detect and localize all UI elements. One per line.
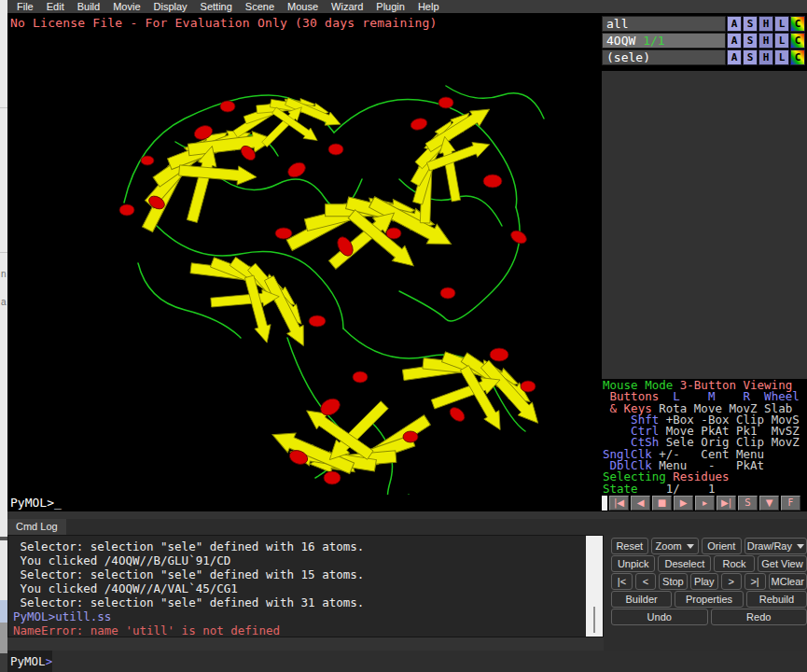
command-log[interactable]: Selector: selection "sele" defined with …: [7, 535, 604, 637]
object-name-4OQW[interactable]: 4OQW 1/1: [602, 33, 726, 49]
actions-button[interactable]: A: [727, 16, 742, 32]
frame-last-button[interactable]: >|: [744, 573, 766, 590]
play-icon[interactable]: ▶: [674, 496, 693, 511]
show-button[interactable]: S: [743, 49, 758, 65]
panel-grip[interactable]: [602, 496, 607, 511]
menu-help[interactable]: Help: [418, 0, 439, 13]
divider: [0, 537, 7, 540]
scene-button[interactable]: S: [738, 496, 758, 511]
state-value: 1/ 1: [638, 482, 716, 496]
skip-end-icon[interactable]: ▶|: [717, 496, 736, 511]
stop-button[interactable]: Stop: [659, 573, 688, 590]
menu-scene[interactable]: Scene: [245, 0, 274, 13]
zoom-menu-button[interactable]: Zoom: [651, 538, 699, 554]
divider: [0, 252, 7, 253]
button-label: Deselect: [664, 556, 704, 571]
color-button[interactable]: C: [790, 16, 805, 32]
button-label: Unpick: [618, 556, 649, 571]
step-back-icon[interactable]: ◀: [631, 496, 650, 511]
log-line: Selector: selection "sele" defined with …: [13, 595, 584, 609]
object-row-sele: (sele) A S H L C: [602, 49, 807, 65]
button-label: Draw/Ray: [747, 539, 792, 553]
menu-setting[interactable]: Setting: [201, 0, 232, 13]
log-line: Selector: selection "sele" defined with …: [13, 539, 584, 553]
tab-cmd-log[interactable]: Cmd Log: [7, 519, 66, 535]
button-label: Reset: [616, 539, 643, 553]
state-indicator[interactable]: State 1/ 1: [603, 483, 807, 495]
object-row-4OQW: 4OQW 1/1 A S H L C: [602, 33, 807, 49]
command-input[interactable]: [52, 651, 807, 672]
button-label: MClear: [772, 574, 804, 589]
control-button-panel: Reset Zoom Orient Draw/Ray Unpick Desele…: [604, 535, 807, 651]
label-button[interactable]: L: [774, 49, 789, 65]
object-name-sele[interactable]: (sele): [602, 49, 726, 65]
molecule-viewport[interactable]: No License File - For Evaluation Only (3…: [7, 13, 602, 511]
hide-button[interactable]: H: [758, 49, 773, 65]
log-line: You clicked /4OQW//B/GLU`91/CD: [13, 553, 584, 567]
menu-file[interactable]: File: [17, 0, 34, 13]
frame-next-button[interactable]: >: [721, 573, 742, 590]
undo-button[interactable]: Undo: [611, 609, 708, 625]
deselect-button[interactable]: Deselect: [658, 555, 711, 572]
button-label: Get View: [761, 556, 802, 571]
actions-button[interactable]: A: [727, 33, 742, 49]
button-label: <: [643, 574, 648, 589]
hide-button[interactable]: H: [758, 16, 773, 32]
mouse-mode-panel: Mouse Mode 3-Button Viewing Buttons L M …: [603, 380, 807, 495]
menu-dropdown-icon[interactable]: ▼: [759, 496, 779, 511]
label-button[interactable]: L: [774, 33, 789, 49]
button-label: Properties: [686, 592, 732, 607]
log-line: Selector: selection "sele" defined with …: [13, 567, 584, 581]
divider: [0, 107, 7, 108]
label-button[interactable]: L: [774, 16, 789, 32]
play-button[interactable]: Play: [690, 573, 718, 590]
fullscreen-button[interactable]: F: [781, 496, 800, 511]
frame-first-button[interactable]: |<: [611, 573, 633, 590]
color-button[interactable]: C: [790, 33, 805, 49]
object-label: (sele): [606, 50, 650, 64]
step-forward-icon[interactable]: ▸: [695, 496, 715, 511]
log-tab-bar: Cmd Log: [7, 519, 807, 535]
menu-display[interactable]: Display: [154, 0, 188, 13]
menu-wizard[interactable]: Wizard: [331, 0, 363, 13]
state-label: State: [603, 482, 638, 496]
command-input-bar: PyMOL>: [7, 651, 807, 672]
menu-movie[interactable]: Movie: [113, 0, 140, 13]
button-label: >|: [750, 574, 758, 589]
prompt-text: PyMOL: [10, 654, 46, 668]
object-name-all[interactable]: all: [602, 16, 726, 32]
redo-button[interactable]: Redo: [711, 609, 807, 625]
object-label: 4OQW: [606, 34, 643, 48]
unpick-button[interactable]: Unpick: [611, 555, 655, 572]
viewport-command-prompt[interactable]: PyMOL>_: [10, 496, 62, 510]
show-button[interactable]: S: [743, 33, 758, 49]
log-scrollbar-thumb[interactable]: [593, 607, 595, 633]
menu-plugin[interactable]: Plugin: [376, 0, 405, 13]
stop-icon[interactable]: ■: [652, 496, 672, 511]
get-view-button[interactable]: Get View: [758, 555, 807, 572]
builder-button[interactable]: Builder: [611, 591, 672, 608]
color-button[interactable]: C: [790, 49, 805, 65]
mclear-button[interactable]: MClear: [769, 573, 807, 590]
rewind-start-icon[interactable]: |◀: [609, 496, 629, 511]
button-label: >: [728, 574, 733, 589]
draw-ray-menu-button[interactable]: Draw/Ray: [744, 538, 807, 554]
rebuild-button[interactable]: Rebuild: [746, 591, 807, 608]
menu-edit[interactable]: Edit: [47, 0, 64, 13]
hide-button[interactable]: H: [758, 33, 773, 49]
menu-mouse[interactable]: Mouse: [287, 0, 318, 13]
orient-button[interactable]: Orient: [702, 538, 742, 554]
frame-prev-button[interactable]: <: [635, 573, 656, 590]
properties-button[interactable]: Properties: [675, 591, 744, 608]
button-label: Builder: [625, 592, 657, 607]
object-row-all: all A S H L C: [602, 16, 807, 32]
rock-button[interactable]: Rock: [714, 555, 755, 572]
show-button[interactable]: S: [743, 16, 758, 32]
actions-button[interactable]: A: [727, 49, 742, 65]
reset-button[interactable]: Reset: [611, 538, 648, 554]
menu-build[interactable]: Build: [77, 0, 100, 13]
log-line-command: PyMOL>utill.ss: [13, 609, 584, 623]
background-window-edge: n a: [0, 0, 7, 653]
protein-cartoon-render[interactable]: [7, 30, 602, 495]
log-scrollbar[interactable]: [586, 536, 603, 637]
